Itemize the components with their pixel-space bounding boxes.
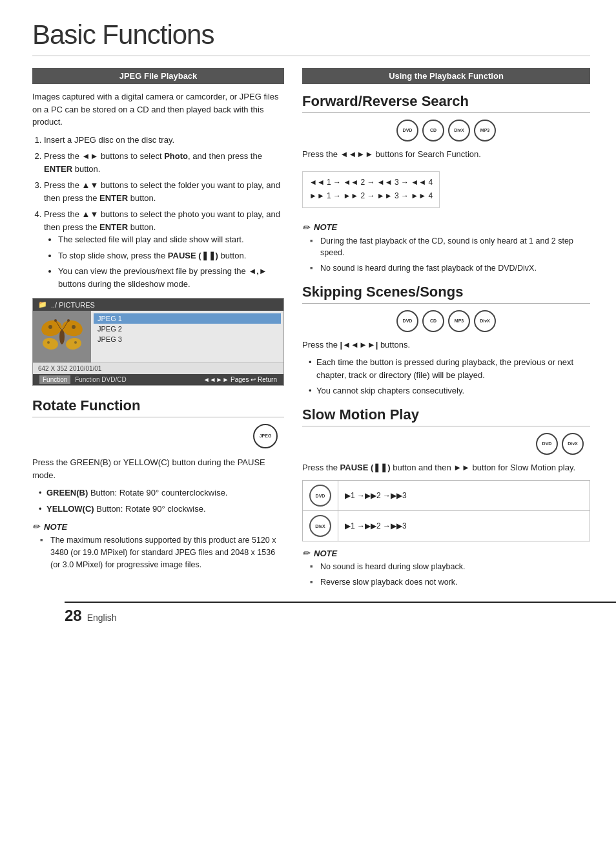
rotate-bullet-yellow: YELLOW(C) Button: Rotate 90° clockwise. <box>39 503 284 516</box>
playback-section-header: Using the Playback Function <box>302 68 590 84</box>
jpeg-badge: JPEG <box>253 424 278 448</box>
cd-badge-2: CD <box>422 310 444 332</box>
forward-reverse-badges: DVD CD DivX MP3 <box>302 120 590 142</box>
forward-reverse-note-list: During the fast playback of the CD, soun… <box>302 235 590 275</box>
pencil-icon-2: ✏ <box>302 222 310 233</box>
svg-point-12 <box>67 319 70 322</box>
divx-badge-2: DivX <box>474 310 496 332</box>
jpeg-steps-list: Insert a JPEG disc on the disc tray. Pre… <box>32 134 284 291</box>
page-footer: 28 English <box>65 602 616 625</box>
screen-thumbnail <box>33 311 91 362</box>
jpeg-step-3: Press the ▲▼ buttons to select the folde… <box>44 179 284 204</box>
screen-header: 📁 ../ PICTURES <box>33 299 283 311</box>
screen-list-item-5 <box>94 347 281 350</box>
forward-reverse-note-2: No sound is heard during the fast playba… <box>310 262 590 275</box>
screen-list-item-1[interactable]: JPEG 1 <box>94 313 281 324</box>
rewind-seq: ◄◄ 1 → ◄◄ 2 → ◄◄ 3 → ◄◄ 4 <box>309 176 433 190</box>
rotate-bullet-green: GREEN(B) Button: Rotate 90° counterclock… <box>39 487 284 499</box>
slow-row-divx: DivX ▶1 →▶▶2 →▶▶3 <box>303 511 590 541</box>
svg-point-11 <box>54 319 57 322</box>
search-seq-box: ◄◄ 1 → ◄◄ 2 → ◄◄ 3 → ◄◄ 4 ►► 1 → ►► 2 → … <box>302 171 440 208</box>
forward-reverse-note-1: During the fast playback of the CD, soun… <box>310 235 590 260</box>
page-number: 28 <box>65 607 82 625</box>
rotate-note-item-1: The maximum resolutions supported by thi… <box>40 534 284 571</box>
skipping-badges: DVD CD MP3 DivX <box>302 310 590 332</box>
forward-reverse-note-title: ✏ NOTE <box>302 222 590 233</box>
dvd-badge-3: DVD <box>536 433 558 455</box>
screen-list-item-3[interactable]: JPEG 3 <box>94 334 281 344</box>
skipping-bullet-1: Each time the button is pressed during p… <box>309 356 590 381</box>
slow-motion-desc: Press the PAUSE (❚❚) button and then ►► … <box>302 461 590 474</box>
jpeg-bullet-1: The selected file will play and slide sh… <box>58 233 284 246</box>
slow-motion-title: Slow Motion Play <box>302 406 590 426</box>
slow-divx-badge-cell: DivX <box>303 511 338 541</box>
slow-motion-note: ✏ NOTE No sound is heard during slow pla… <box>302 548 590 589</box>
screen-list-item-2[interactable]: JPEG 2 <box>94 324 281 334</box>
svg-point-7 <box>47 341 50 344</box>
svg-point-8 <box>74 341 77 344</box>
pencil-icon-3: ✏ <box>302 548 310 558</box>
rotate-intro: Press the GREEN(B) or YELLOW(C) button d… <box>32 456 284 481</box>
skipping-bullets: Each time the button is pressed during p… <box>302 356 590 397</box>
rotate-title: Rotate Function <box>32 397 284 417</box>
divx-badge-1: DivX <box>448 120 470 142</box>
jpeg-intro: Images captured with a digital camera or… <box>32 90 284 129</box>
rotate-note: ✏ NOTE The maximum resolutions supported… <box>32 521 284 571</box>
dvd-badge-table: DVD <box>309 485 331 507</box>
jpeg-step-4: Press the ▲▼ buttons to select the photo… <box>44 208 284 290</box>
rotate-bullets: GREEN(B) Button: Rotate 90° counterclock… <box>32 487 284 515</box>
screen-list: JPEG 1 JPEG 2 JPEG 3 <box>91 311 283 362</box>
screen-meta: 642 X 352 2010/01/01 <box>33 362 283 374</box>
slow-motion-badges: DVD DivX <box>302 433 584 455</box>
jpeg-bullet-3: You can view the previous/next file by p… <box>58 265 284 290</box>
skipping-desc: Press the |◄◄►►| buttons. <box>302 339 590 351</box>
slow-divx-seq: ▶1 →▶▶2 →▶▶3 <box>338 511 590 541</box>
forward-reverse-note: ✏ NOTE During the fast playback of the C… <box>302 222 590 275</box>
jpeg-sub-bullets: The selected file will play and slide sh… <box>44 233 284 290</box>
slow-motion-note-2: Reverse slow playback does not work. <box>310 576 590 589</box>
slow-motion-section: Slow Motion Play DVD DivX Press the PAUS… <box>302 406 590 589</box>
slow-motion-note-list: No sound is heard during slow playback. … <box>302 561 590 589</box>
divx-badge-3: DivX <box>562 433 584 455</box>
svg-point-5 <box>48 325 52 329</box>
screen-footer-right: ◄◄►► Pages ↩ Return <box>203 376 277 383</box>
dvd-badge-2: DVD <box>396 310 418 332</box>
skipping-title: Skipping Scenes/Songs <box>302 284 590 304</box>
mp3-badge-2: MP3 <box>448 310 470 332</box>
svg-point-3 <box>42 337 59 351</box>
slow-dvd-badge-cell: DVD <box>303 481 338 511</box>
jpeg-step-2: Press the ◄► buttons to select Photo, an… <box>44 150 284 175</box>
pencil-icon: ✏ <box>32 521 40 532</box>
rotate-note-list: The maximum resolutions supported by thi… <box>32 534 284 571</box>
forward-reverse-desc: Press the ◄◄►► buttons for Search Functi… <box>302 148 590 161</box>
ff-seq: ►► 1 → ►► 2 → ►► 3 → ►► 4 <box>309 189 433 204</box>
forward-reverse-section: Forward/Reverse Search DVD CD DivX MP3 P… <box>302 93 590 275</box>
svg-point-4 <box>65 337 83 351</box>
divx-badge-table: DivX <box>309 515 331 537</box>
function-button[interactable]: Function <box>39 375 70 384</box>
mp3-badge-1: MP3 <box>474 120 496 142</box>
jpeg-bullet-2: To stop slide show, press the PAUSE (❚❚)… <box>58 249 284 262</box>
slow-motion-note-1: No sound is heard during slow playback. <box>310 561 590 573</box>
jpeg-section: JPEG File Playback Images captured with … <box>32 68 284 386</box>
page-language: English <box>87 613 117 623</box>
slow-row-dvd: DVD ▶1 →▶▶2 →▶▶3 <box>303 481 590 511</box>
slow-motion-note-title: ✏ NOTE <box>302 548 590 558</box>
slow-motion-table: DVD ▶1 →▶▶2 →▶▶3 DivX ▶1 →▶▶2 →▶▶3 <box>302 480 590 541</box>
rotate-note-title: ✏ NOTE <box>32 521 284 532</box>
dvd-badge-1: DVD <box>396 120 418 142</box>
skipping-section: Skipping Scenes/Songs DVD CD MP3 DivX Pr… <box>302 284 590 397</box>
screen-footer-left: Function Function DVD/CD <box>39 376 127 383</box>
slow-dvd-seq: ▶1 →▶▶2 →▶▶3 <box>338 481 590 511</box>
page-title: Basic Functions <box>32 19 590 56</box>
forward-reverse-title: Forward/Reverse Search <box>302 93 590 113</box>
svg-point-6 <box>72 325 76 329</box>
skipping-bullet-2: You cannot skip chapters consecutively. <box>309 384 590 397</box>
rotate-section: Rotate Function JPEG Press the GREEN(B) … <box>32 397 284 571</box>
jpeg-section-header: JPEG File Playback <box>32 68 284 84</box>
cd-badge-1: CD <box>422 120 444 142</box>
jpeg-step-1: Insert a JPEG disc on the disc tray. <box>44 134 284 147</box>
screen-mockup: 📁 ../ PICTURES <box>32 298 284 386</box>
screen-footer: Function Function DVD/CD ◄◄►► Pages ↩ Re… <box>33 374 283 385</box>
